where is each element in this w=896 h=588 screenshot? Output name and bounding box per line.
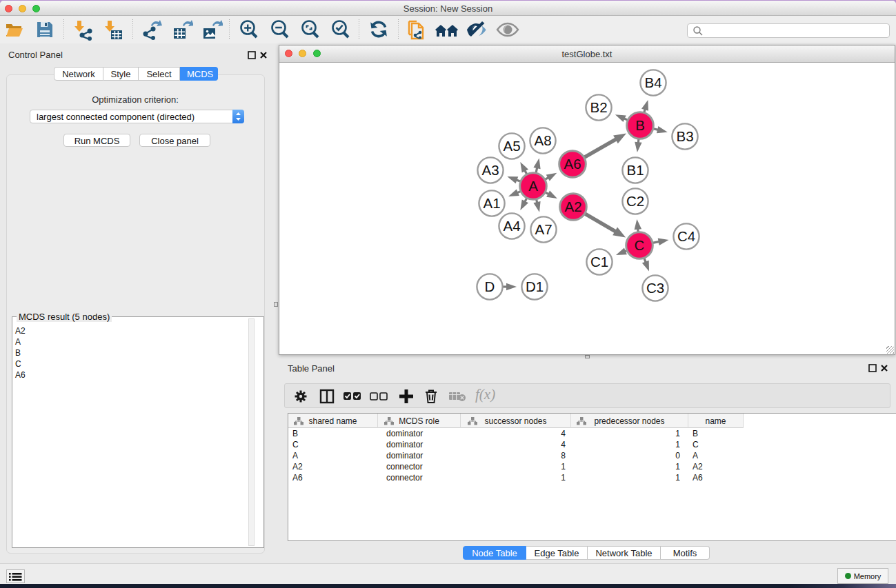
svg-text:D: D bbox=[485, 278, 495, 294]
svg-text:B: B bbox=[635, 117, 645, 133]
svg-text:C3: C3 bbox=[646, 280, 664, 296]
svg-text:B1: B1 bbox=[626, 162, 644, 178]
svg-text:A4: A4 bbox=[503, 218, 520, 234]
svg-text:C4: C4 bbox=[677, 228, 695, 244]
svg-text:C: C bbox=[635, 237, 645, 253]
svg-text:B2: B2 bbox=[590, 99, 607, 115]
svg-text:A8: A8 bbox=[534, 132, 551, 148]
svg-text:A7: A7 bbox=[535, 221, 552, 237]
svg-text:A2: A2 bbox=[564, 199, 581, 214]
svg-text:A5: A5 bbox=[503, 138, 520, 154]
svg-text:A1: A1 bbox=[483, 195, 500, 211]
svg-text:C2: C2 bbox=[626, 193, 644, 209]
svg-text:A3: A3 bbox=[481, 162, 499, 178]
svg-text:D1: D1 bbox=[526, 278, 544, 294]
svg-text:B4: B4 bbox=[644, 74, 661, 90]
svg-text:B3: B3 bbox=[676, 128, 693, 144]
svg-text:C1: C1 bbox=[590, 254, 608, 270]
svg-text:A6: A6 bbox=[564, 156, 581, 172]
svg-text:A: A bbox=[528, 178, 538, 194]
